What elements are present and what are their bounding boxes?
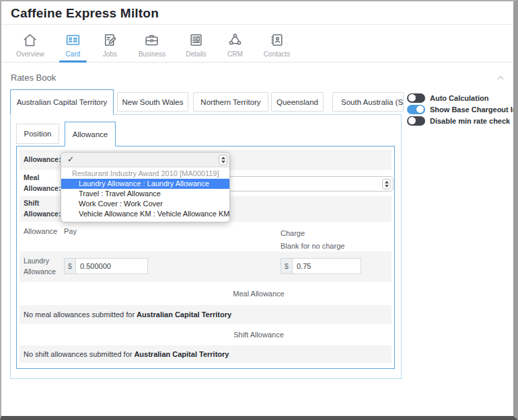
toggle-auto-calculation[interactable]: Auto Calculation: [407, 92, 518, 103]
shift-allowance-empty-row: No shift allowances submitted forAustral…: [20, 345, 392, 363]
tab-position[interactable]: Position: [16, 124, 59, 144]
rates-book-header: Rates Book: [1, 62, 513, 89]
table-row-laundry-allowance: LaundryAllowance $ $: [20, 251, 392, 282]
rates-book-body: Australian Capital Territory New South W…: [1, 89, 513, 385]
nav-item-label: Business: [139, 50, 166, 58]
state-tabs: Australian Capital Territory New South W…: [10, 89, 404, 115]
dropdown-group-label: Restaurant Industry Award 2010 [MA000119…: [61, 169, 229, 179]
empty-state-text: No meal allowances submitted forAustrali…: [24, 310, 231, 319]
tab-queensland[interactable]: Queensland: [271, 92, 324, 112]
shift-allowance-section-header: Shift Allowance: [20, 324, 392, 345]
toggle-label: Auto Calculation: [430, 94, 488, 102]
dropdown-option-work-cover[interactable]: Work Cover : Work Cover: [61, 199, 229, 209]
contact-book-icon: [268, 32, 285, 48]
document-icon: [188, 32, 205, 48]
dropdown-option-laundry[interactable]: Laundry Allowance : Laundry Allowance: [61, 179, 229, 189]
home-icon: [22, 32, 38, 48]
meal-allowance-section-header: Meal Allowance: [20, 282, 392, 305]
nav-item-label: CRM: [227, 50, 243, 58]
toggle-label: Show Base Chargeout Input: [430, 106, 518, 114]
charge-input-group: $: [281, 258, 361, 274]
page-title: Caffeine Express Milton: [11, 6, 504, 21]
shift-allowance-field-label: ShiftAllowance:: [24, 198, 61, 220]
checkmark-icon: ✓: [67, 155, 74, 164]
app-window: Caffeine Express Milton Overview Card Jo…: [0, 0, 518, 420]
nav-item-contacts[interactable]: Contacts: [258, 30, 295, 62]
toggle-disable-min-rate[interactable]: Disable min rate check: [407, 115, 518, 126]
toggle-off-switch[interactable]: [407, 93, 425, 103]
nav-item-label: Jobs: [103, 50, 117, 58]
nav-item-business[interactable]: Business: [133, 30, 172, 62]
allowance-field-label: Allowance:: [24, 155, 61, 165]
section-header-label: Meal Allowance: [126, 290, 392, 298]
allowance-table-header: Allowance Pay ChargeBlank for no charge: [20, 222, 392, 251]
tab-label: Northern Territory: [200, 98, 260, 106]
page-header: Caffeine Express Milton: [1, 1, 513, 25]
tab-northern-territory[interactable]: Northern Territory: [193, 92, 268, 112]
select-stepper-icon: [219, 155, 227, 165]
pay-input-group: $: [64, 258, 148, 274]
select-stepper-icon: [382, 179, 391, 190]
tab-australian-capital-territory[interactable]: Australian Capital Territory: [10, 89, 114, 115]
sub-tabs: Position Allowance: [16, 122, 116, 146]
tab-label: Australian Capital Territory: [17, 98, 108, 106]
chevron-up-icon[interactable]: [496, 73, 505, 83]
toggle-off-switch[interactable]: [407, 116, 425, 126]
rates-toggles: Auto Calculation Show Base Chargeout Inp…: [407, 92, 518, 126]
meal-allowance-field-label: MealAllowance:: [24, 173, 61, 194]
tab-allowance[interactable]: Allowance: [65, 122, 116, 146]
briefcase-icon: [143, 32, 160, 48]
row-label: LaundryAllowance: [24, 256, 56, 278]
nav-item-overview[interactable]: Overview: [11, 30, 50, 62]
empty-state-text: No shift allowances submitted forAustral…: [24, 350, 229, 358]
toggle-on-switch[interactable]: [407, 105, 425, 114]
tab-label: South Australia (SA: [341, 98, 404, 106]
tab-label: Position: [24, 130, 52, 138]
dropdown-selected-row[interactable]: ✓: [61, 153, 229, 167]
toggle-show-base-chargeout[interactable]: Show Base Chargeout Input: [407, 103, 518, 115]
tab-new-south-wales[interactable]: New South Wales: [117, 92, 188, 112]
column-header-charge: ChargeBlank for no charge: [281, 227, 344, 252]
column-header-allowance: Allowance: [24, 227, 57, 235]
dropdown-option-list: Restaurant Industry Award 2010 [MA000119…: [61, 167, 229, 222]
nav-item-details[interactable]: Details: [180, 30, 212, 62]
document-edit-icon: [102, 32, 118, 48]
tab-label: Allowance: [73, 130, 108, 138]
tab-label: Queensland: [276, 98, 318, 106]
tab-label: New South Wales: [122, 98, 184, 106]
id-card-icon: [65, 32, 81, 48]
toggle-label: Disable min rate check: [430, 117, 510, 125]
nav-item-label: Overview: [16, 50, 44, 58]
allowance-dropdown-popup: ✓ Restaurant Industry Award 2010 [MA0001…: [61, 152, 230, 222]
pay-input[interactable]: [75, 258, 148, 274]
charge-input[interactable]: [292, 258, 361, 274]
meal-allowance-empty-row: No meal allowances submitted forAustrali…: [20, 305, 392, 324]
section-header-label: Shift Allowance: [126, 331, 392, 339]
nav-item-label: Details: [186, 50, 207, 58]
currency-prefix: $: [64, 258, 75, 274]
nav-item-label: Contacts: [264, 50, 290, 58]
currency-prefix: $: [281, 258, 292, 274]
dropdown-option-vehicle[interactable]: Vehicle Allowance KM : Vehicle Allowance…: [61, 209, 229, 219]
people-network-icon: [227, 32, 244, 48]
nav-item-label: Card: [65, 50, 80, 58]
tab-south-australia[interactable]: South Australia (SA: [332, 92, 404, 112]
nav-item-card[interactable]: Card: [59, 30, 87, 62]
nav-item-jobs[interactable]: Jobs: [96, 30, 124, 62]
column-header-pay: Pay: [64, 227, 77, 235]
dropdown-option-travel[interactable]: Travel : Travel Allowance: [61, 189, 229, 199]
nav-item-crm[interactable]: CRM: [221, 30, 249, 62]
main-nav: Overview Card Jobs Business Details CRM …: [1, 25, 513, 62]
rates-book-title: Rates Book: [11, 73, 56, 83]
